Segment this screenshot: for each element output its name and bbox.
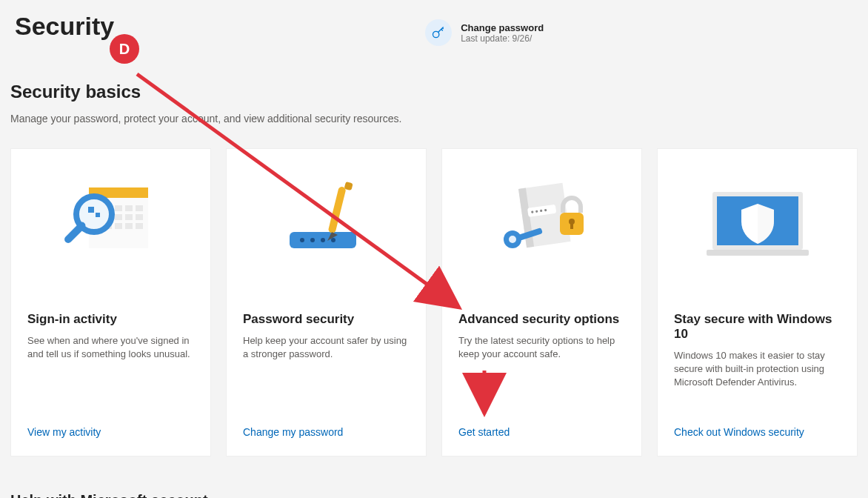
svg-rect-21: [88, 207, 94, 213]
view-my-activity-link[interactable]: View my activity: [27, 426, 101, 438]
card-signin-activity: Sign-in activity See when and where you'…: [10, 148, 211, 456]
svg-rect-17: [136, 223, 143, 229]
book-key-lock-icon: [442, 149, 641, 297]
svg-rect-15: [115, 223, 122, 229]
svg-rect-43: [570, 223, 573, 229]
magnifier-calendar-icon: [11, 149, 210, 297]
svg-rect-7: [136, 205, 143, 211]
card-advanced-security: Advanced security options Try the latest…: [441, 148, 642, 456]
change-password-label: Change password: [461, 22, 544, 33]
card-title: Sign-in activity: [27, 312, 194, 327]
card-title: Advanced security options: [458, 312, 625, 327]
svg-rect-28: [327, 186, 346, 234]
page-title: Security: [15, 12, 114, 41]
section-heading: Security basics: [0, 46, 868, 102]
card-windows-security: Stay secure with Windows 10 Windows 10 m…: [657, 148, 858, 456]
card-password-security: Password security Help keep your account…: [226, 148, 427, 456]
section-subheading: Manage your password, protect your accou…: [0, 102, 868, 124]
svg-point-25: [310, 238, 315, 242]
card-row: Sign-in activity See when and where you'…: [0, 124, 868, 456]
change-my-password-link[interactable]: Change my password: [243, 426, 343, 438]
get-started-link[interactable]: Get started: [458, 426, 510, 438]
change-password-button[interactable]: Change password Last update: 9/26/: [425, 19, 544, 46]
card-desc: Try the latest security options to help …: [458, 334, 625, 361]
svg-rect-6: [125, 205, 133, 211]
card-desc: Windows 10 makes it easier to stay secur…: [674, 349, 841, 390]
card-title: Stay secure with Windows 10: [674, 312, 841, 342]
svg-rect-5: [115, 205, 122, 211]
svg-point-26: [321, 238, 325, 242]
password-pen-icon: [227, 149, 426, 297]
svg-point-27: [331, 238, 335, 242]
card-desc: See when and where you've signed in and …: [27, 334, 194, 361]
svg-point-0: [433, 31, 439, 37]
svg-rect-46: [707, 250, 809, 256]
change-password-lastupdate: Last update: 9/26/: [461, 33, 544, 44]
svg-rect-22: [96, 213, 100, 217]
svg-point-24: [300, 238, 304, 242]
svg-rect-11: [125, 214, 133, 220]
svg-point-39: [509, 236, 516, 243]
svg-rect-20: [63, 221, 87, 245]
svg-rect-16: [125, 223, 133, 229]
card-desc: Help keep your account safer by using a …: [243, 334, 410, 361]
svg-rect-30: [344, 182, 353, 190]
svg-rect-10: [115, 214, 122, 220]
header: Security Change password Last update: 9/…: [0, 0, 868, 46]
check-out-windows-security-link[interactable]: Check out Windows security: [674, 426, 804, 438]
svg-rect-12: [136, 214, 143, 220]
key-icon: [425, 19, 452, 46]
help-section-heading: Help with Microsoft account: [0, 456, 868, 498]
change-password-text: Change password Last update: 9/26/: [461, 22, 544, 44]
laptop-shield-icon: [658, 149, 857, 297]
card-title: Password security: [243, 312, 410, 327]
